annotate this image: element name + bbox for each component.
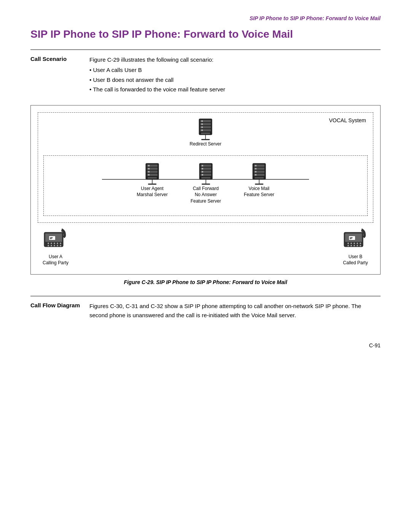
svg-rect-19 — [148, 168, 150, 169]
svg-rect-20 — [148, 171, 150, 173]
page-title: SIP IP Phone to SIP IP Phone: Forward to… — [30, 28, 381, 40]
user-agent-label: User AgentMarshal Server — [137, 185, 167, 198]
svg-point-56 — [48, 245, 49, 246]
svg-point-53 — [54, 243, 55, 244]
call-scenario-label: Call Scenario — [30, 55, 89, 94]
svg-rect-30 — [202, 165, 203, 166]
svg-rect-8 — [201, 129, 203, 131]
svg-rect-31 — [202, 168, 203, 169]
call-flow-content: Figures C-30, C-31 and C-32 show a SIP I… — [89, 302, 381, 320]
diagram-container: VOCAL System Re — [30, 105, 381, 275]
call-forward-label: Call ForwardNo AnswerFeature Server — [191, 185, 221, 204]
svg-rect-42 — [255, 165, 256, 166]
svg-rect-18 — [148, 165, 150, 166]
svg-rect-36 — [202, 184, 210, 185]
svg-rect-11 — [201, 139, 210, 140]
header-title: SIP IP Phone to SIP IP Phone: Forward to… — [30, 15, 381, 21]
svg-point-65 — [347, 243, 349, 244]
svg-rect-9 — [201, 133, 210, 134]
svg-point-54 — [57, 243, 58, 244]
svg-text:IP: IP — [350, 236, 353, 240]
phones-row: IP User A Calling Party — [31, 223, 380, 274]
svg-text:IP: IP — [50, 236, 53, 240]
svg-point-55 — [60, 243, 61, 244]
svg-rect-44 — [255, 171, 256, 173]
call-flow-section: Call Flow Diagram Figures C-30, C-31 and… — [30, 302, 381, 320]
vocal-system-label: VOCAL System — [329, 117, 366, 123]
svg-rect-32 — [202, 171, 203, 173]
bullet-1: User A calls User B — [89, 66, 381, 74]
bullet-3: The call is forwarded to the voice mail … — [89, 85, 381, 94]
svg-rect-5 — [201, 120, 203, 122]
call-scenario-intro: Figure C-29 illustrates the following ca… — [89, 55, 381, 64]
redirect-server: Redirect Server — [190, 118, 221, 147]
user-a-phone: IP User A Calling Party — [42, 227, 69, 266]
svg-point-73 — [357, 245, 358, 246]
user-a-label: User A Calling Party — [43, 254, 68, 266]
svg-point-71 — [350, 245, 352, 246]
figure-caption: Figure C-29. SIP IP Phone to SIP IP Phon… — [30, 279, 381, 285]
user-b-phone: IP User B Called Party — [342, 227, 369, 266]
call-scenario-section: Call Scenario Figure C-29 illustrates th… — [30, 55, 381, 94]
svg-rect-7 — [201, 126, 203, 128]
svg-point-66 — [350, 243, 352, 244]
svg-point-74 — [360, 245, 361, 246]
svg-rect-24 — [148, 184, 156, 185]
bullet-2: User B does not answer the call — [89, 75, 381, 84]
call-scenario-bullets: User A calls User B User B does not answ… — [89, 66, 381, 94]
user-a-phone-icon: IP — [42, 227, 69, 251]
svg-point-72 — [354, 245, 355, 246]
call-scenario-content: Figure C-29 illustrates the following ca… — [89, 55, 381, 94]
svg-point-60 — [60, 245, 61, 246]
divider-top — [30, 50, 381, 50]
svg-point-68 — [357, 243, 358, 244]
svg-rect-43 — [255, 168, 256, 169]
voice-mail-label: Voice MailFeature Server — [244, 185, 274, 198]
svg-point-69 — [360, 243, 361, 244]
svg-rect-48 — [255, 184, 263, 185]
redirect-server-label: Redirect Server — [190, 141, 221, 147]
page-number: C-91 — [30, 342, 381, 348]
divider-bottom — [30, 296, 381, 296]
call-forward-server: Call ForwardNo AnswerFeature Server — [191, 163, 221, 204]
svg-point-57 — [51, 245, 52, 246]
svg-point-51 — [48, 243, 49, 244]
svg-point-58 — [54, 245, 55, 246]
svg-point-59 — [57, 245, 58, 246]
svg-rect-6 — [201, 123, 203, 125]
svg-point-52 — [51, 243, 52, 244]
svg-point-70 — [347, 245, 349, 246]
connector-line — [44, 176, 367, 183]
user-b-phone-icon: IP — [342, 227, 369, 251]
redirect-server-icon — [196, 118, 215, 141]
call-flow-label: Call Flow Diagram — [30, 302, 89, 320]
svg-point-67 — [354, 243, 355, 244]
redirect-server-row: Redirect Server — [43, 118, 368, 147]
user-b-label: User B Called Party — [343, 254, 368, 266]
